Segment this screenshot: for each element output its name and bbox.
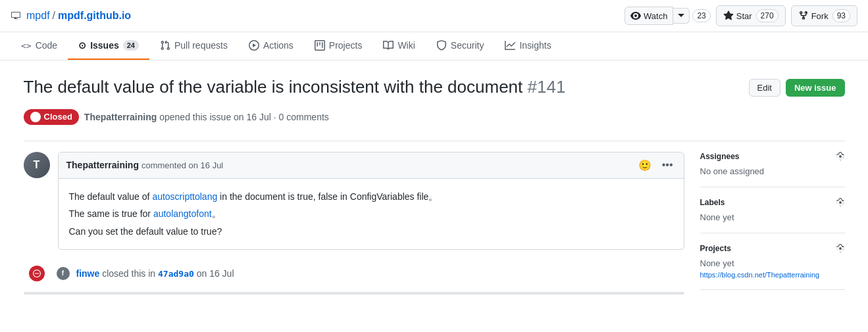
monitor-icon <box>11 11 21 21</box>
fork-label: Fork <box>811 11 829 21</box>
comment-time: commented on 16 Jul <box>141 160 223 170</box>
tab-security[interactable]: Security <box>426 32 495 60</box>
timeline-actor-link[interactable]: finwe <box>76 268 100 279</box>
status-badge: Closed <box>24 109 79 125</box>
pull-request-icon <box>160 40 170 51</box>
issue-meta: Closed Thepatterraining opened this issu… <box>24 109 845 125</box>
fork-count: 93 <box>832 9 850 22</box>
no-entry-icon <box>33 270 41 277</box>
issue-header-actions: Edit New issue <box>749 76 845 97</box>
labels-value: None yet <box>700 212 845 222</box>
tab-insights-label: Insights <box>519 40 551 51</box>
comment-line-3: Can you set the default value to true? <box>69 224 673 239</box>
edit-button[interactable]: Edit <box>749 79 780 97</box>
comment-container: Thepatterraining commented on 16 Jul 🙂 •… <box>58 152 684 250</box>
tab-pr-label: Pull requests <box>174 40 228 51</box>
tab-wiki[interactable]: Wiki <box>372 32 425 60</box>
commit-link[interactable]: 47ad9a0 <box>158 269 194 279</box>
issue-separator: · <box>274 112 279 122</box>
issue-title-text: The default value of the variable is inc… <box>24 77 523 97</box>
more-options-button[interactable]: ••• <box>659 158 676 172</box>
opened-text: opened this issue on <box>159 112 246 122</box>
tab-code-label: Code <box>36 40 57 51</box>
closed-icon <box>30 112 41 122</box>
commenter-avatar: T <box>24 152 50 178</box>
issues-badge: 24 <box>123 40 139 51</box>
new-issue-button[interactable]: New issue <box>786 79 845 97</box>
comment-author: Thepatterraining <box>66 160 139 170</box>
fork-icon <box>798 11 809 21</box>
watch-count: 23 <box>692 9 710 22</box>
comment-header-right: 🙂 ••• <box>636 158 676 173</box>
content-main: T Thepatterraining commented on 16 Jul 🙂… <box>24 152 684 295</box>
autolangtofont-link[interactable]: autolangtofont <box>153 208 212 219</box>
labels-title: Labels <box>700 198 845 207</box>
code-icon: <> <box>21 41 32 51</box>
projects-value: None yet https://blog.csdn.net/Thepatter… <box>700 258 845 279</box>
comment-box: T Thepatterraining commented on 16 Jul 🙂… <box>24 152 684 250</box>
issue-title-area: The default value of the variable is inc… <box>24 76 738 99</box>
tab-actions[interactable]: Actions <box>238 32 304 60</box>
watch-label: Watch <box>644 11 667 21</box>
comment-line-1: The default value of autoscripttolang in… <box>69 189 673 204</box>
wiki-icon <box>383 40 394 51</box>
issue-comments-count: 0 comments <box>279 112 329 122</box>
assignees-gear-icon[interactable] <box>836 152 845 161</box>
issue-meta-text: Thepatterraining opened this issue on 16… <box>84 112 329 122</box>
timeline-text: finwe closed this in 47ad9a0 on 16 Jul <box>76 268 234 279</box>
projects-gear-icon[interactable] <box>836 244 845 253</box>
issue-author-link[interactable]: Thepatterraining <box>84 112 157 122</box>
security-icon <box>436 40 447 51</box>
timeline-icon-wrap <box>24 266 50 281</box>
tab-issues-label: Issues <box>90 40 119 51</box>
content-layout: T Thepatterraining commented on 16 Jul 🙂… <box>24 152 845 295</box>
comment-line2-post: 。 <box>212 208 221 219</box>
scroll-indicator <box>24 292 684 295</box>
divider <box>24 141 845 141</box>
insights-icon <box>505 40 515 51</box>
tab-pull-requests[interactable]: Pull requests <box>149 32 238 60</box>
issue-header: The default value of the variable is inc… <box>24 76 845 99</box>
sidebar-assignees: Assignees No one assigned <box>700 152 845 187</box>
comment-line-2: The same is true for autolangtofont。 <box>69 206 673 221</box>
org-link[interactable]: mpdf <box>26 10 50 22</box>
projects-title: Projects <box>700 244 845 253</box>
repo-title: mpdf / mpdf.github.io <box>11 10 131 22</box>
eye-icon <box>630 11 641 21</box>
repo-link[interactable]: mpdf.github.io <box>58 10 131 22</box>
finwe-avatar: f <box>57 267 70 280</box>
main-content: The default value of the variable is inc… <box>13 60 855 310</box>
timeline-date: on 16 Jul <box>197 268 234 279</box>
issues-icon: ⊙ <box>78 40 86 51</box>
star-label: Star <box>736 11 752 21</box>
sidebar-projects: Projects None yet https://blog.csdn.net/… <box>700 233 845 290</box>
tab-insights[interactable]: Insights <box>494 32 561 60</box>
watch-button-group: Watch 23 <box>625 7 711 25</box>
emoji-button[interactable]: 🙂 <box>636 158 654 173</box>
content-sidebar: Assignees No one assigned Labels None ye… <box>700 152 845 295</box>
issue-number: #141 <box>528 77 566 97</box>
watch-caret-button[interactable] <box>673 8 690 24</box>
autoscripttolang-link[interactable]: autoscripttolang <box>152 191 217 202</box>
comment-line1-post: in the document is true, false in Config… <box>217 191 438 202</box>
comment-header-left: Thepatterraining commented on 16 Jul <box>66 160 224 170</box>
status-text: Closed <box>44 112 72 122</box>
tab-actions-label: Actions <box>263 40 294 51</box>
nav-tabs: <> Code ⊙ Issues 24 Pull requests Action… <box>0 32 868 60</box>
issue-date: 16 Jul <box>247 112 271 122</box>
sidebar-labels: Labels None yet <box>700 187 845 233</box>
watch-button[interactable]: Watch <box>625 7 673 25</box>
tab-projects[interactable]: Projects <box>304 32 373 60</box>
timeline-action: closed this in <box>102 268 158 279</box>
star-count: 270 <box>756 9 779 22</box>
comment-line1-pre: The default value of <box>69 191 153 202</box>
chevron-down-icon <box>677 12 685 20</box>
star-button[interactable]: Star 270 <box>716 5 786 26</box>
tooltip-url-link[interactable]: https://blog.csdn.net/Thepatterraining <box>700 271 845 279</box>
projects-icon <box>315 40 325 51</box>
tab-issues[interactable]: ⊙ Issues 24 <box>68 32 149 60</box>
labels-gear-icon[interactable] <box>836 198 845 207</box>
fork-button[interactable]: Fork 93 <box>791 5 857 26</box>
closed-circle-icon <box>29 266 45 281</box>
tab-code[interactable]: <> Code <box>11 32 68 60</box>
